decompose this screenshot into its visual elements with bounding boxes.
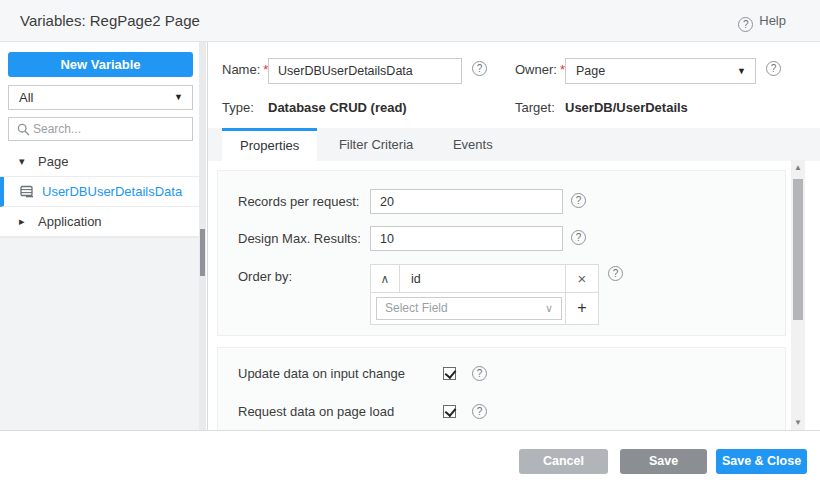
variable-filter-value: All	[19, 90, 33, 105]
update-on-input-row: Update data on input change ?	[238, 366, 405, 381]
data-settings-group: Records per request: ? Design Max. Resul…	[217, 170, 786, 336]
owner-select[interactable]: Page ▼	[565, 58, 756, 84]
search-input[interactable]	[33, 118, 188, 140]
behavior-settings-group: Update data on input change ? Request da…	[217, 347, 786, 431]
save-and-close-button[interactable]: Save & Close	[716, 449, 807, 474]
caret-right-icon: ▸	[19, 207, 25, 236]
help-link[interactable]: ?Help	[738, 13, 786, 32]
tab-events[interactable]: Events	[435, 128, 511, 161]
content-scrollbar[interactable]: ▲ ▼	[791, 160, 805, 431]
order-by-label: Order by:	[238, 269, 292, 284]
target-label: Target:	[515, 100, 555, 115]
variable-search	[8, 117, 193, 141]
page-title: Variables: RegPage2 Page	[20, 12, 200, 29]
request-on-load-help-icon[interactable]: ?	[472, 404, 487, 419]
update-on-input-label: Update data on input change	[238, 366, 405, 381]
owner-value: Page	[576, 64, 605, 78]
tab-bar: Properties Filter Criteria Events	[208, 128, 820, 161]
add-field-button[interactable]: +	[565, 293, 598, 324]
tree-node-variable-selected[interactable]: UserDBUserDetailsData	[0, 177, 200, 207]
scrollbar-thumb[interactable]	[793, 179, 803, 320]
order-by-editor: ∧ id × Select Field ∨ +	[370, 264, 599, 325]
records-per-request-label: Records per request:	[238, 194, 359, 209]
tree-node-label: UserDBUserDetailsData	[42, 177, 182, 206]
name-input[interactable]	[268, 58, 462, 84]
records-per-request-input[interactable]	[370, 189, 563, 214]
type-label: Type:	[222, 100, 254, 115]
chevron-down-icon: ▼	[737, 59, 746, 83]
tree-node-label: Application	[38, 207, 102, 236]
order-by-help-icon[interactable]: ?	[608, 266, 623, 281]
tab-filter-criteria[interactable]: Filter Criteria	[321, 128, 431, 161]
tab-properties[interactable]: Properties	[222, 128, 317, 161]
chevron-down-icon: ∨	[545, 298, 553, 319]
search-icon	[17, 123, 30, 136]
sort-asc-icon: ∧	[381, 272, 390, 286]
sort-direction-button[interactable]: ∧	[371, 265, 400, 293]
new-variable-button[interactable]: New Variable	[8, 52, 193, 77]
design-max-results-input[interactable]	[370, 226, 563, 251]
name-help-icon[interactable]: ?	[472, 61, 487, 76]
cancel-button[interactable]: Cancel	[519, 449, 608, 474]
update-on-input-checkbox[interactable]	[443, 367, 456, 380]
records-per-request-help-icon[interactable]: ?	[571, 193, 586, 208]
help-label: Help	[759, 13, 786, 28]
select-field-placeholder: Select Field	[385, 301, 448, 315]
database-icon	[20, 185, 34, 199]
design-max-results-label: Design Max. Results:	[238, 231, 361, 246]
dialog-footer: Cancel Save Save & Close	[0, 430, 820, 486]
dialog-header: Variables: RegPage2 Page ?Help	[0, 0, 820, 42]
help-icon: ?	[738, 17, 753, 32]
request-on-load-row: Request data on page load ?	[238, 404, 394, 419]
variable-filter-select[interactable]: All ▼	[8, 85, 193, 110]
close-icon: ×	[578, 270, 587, 287]
remove-field-button[interactable]: ×	[565, 265, 598, 293]
tree-node-application[interactable]: ▸ Application	[0, 207, 200, 237]
design-max-results-help-icon[interactable]: ?	[571, 230, 586, 245]
name-label: Name:*	[222, 62, 268, 77]
order-by-field-value: id	[401, 265, 564, 293]
update-on-input-help-icon[interactable]: ?	[472, 366, 487, 381]
select-field-dropdown[interactable]: Select Field ∨	[376, 297, 562, 320]
tree-node-label: Page	[38, 147, 68, 176]
request-on-load-label: Request data on page load	[238, 404, 394, 419]
caret-down-icon: ▾	[19, 147, 25, 176]
order-by-add-row: Select Field ∨ +	[371, 293, 598, 324]
properties-tab-content: Records per request: ? Design Max. Resul…	[208, 161, 820, 431]
target-value: UserDB/UserDetails	[565, 100, 688, 115]
request-on-load-checkbox[interactable]	[443, 405, 456, 418]
plus-icon: +	[577, 299, 586, 316]
save-button[interactable]: Save	[620, 449, 707, 474]
tree-node-page[interactable]: ▾ Page	[0, 147, 200, 177]
scroll-up-icon[interactable]: ▲	[791, 161, 805, 175]
variables-tree: ▾ Page UserDBUserDetailsData ▸ Applicati…	[0, 147, 200, 237]
scroll-down-icon[interactable]: ▼	[791, 416, 805, 430]
owner-help-icon[interactable]: ?	[766, 61, 781, 76]
variables-sidebar: New Variable All ▼ ▾ Page UserDBUserDeta…	[0, 42, 208, 431]
owner-label: Owner:*	[515, 62, 565, 77]
type-value: Database CRUD (read)	[268, 100, 407, 115]
sidebar-scrollbar-thumb[interactable]	[200, 229, 205, 276]
sidebar-empty-area	[0, 237, 199, 431]
chevron-down-icon: ▼	[174, 86, 183, 109]
order-by-row: ∧ id ×	[371, 265, 598, 293]
variable-detail-panel: Name:* ? Owner:* Page ▼ ? Type: Database…	[208, 42, 820, 431]
